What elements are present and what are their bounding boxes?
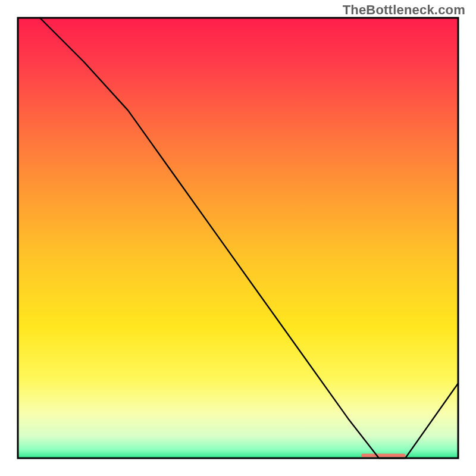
optimal-region-band [361,454,405,458]
bottleneck-chart [0,0,476,476]
plot-background [18,18,458,458]
chart-container: TheBottleneck.com [0,0,476,476]
